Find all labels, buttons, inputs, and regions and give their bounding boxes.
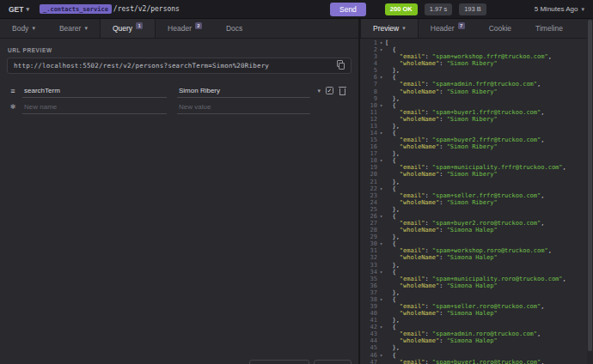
chevron-down-icon: ▾ [581,6,584,13]
code-text: }, [385,234,400,240]
fold-arrow-icon[interactable]: ▾ [377,240,385,247]
tab-docs[interactable]: Docs [214,19,254,38]
line-number: 14 [360,130,377,136]
fold-gutter [377,143,385,150]
api-client-window: GET ▾ _.contacts_service /rest/v2/person… [0,0,593,364]
environment-variable-tag[interactable]: _.contacts_service [40,4,112,14]
param-action-button[interactable] [314,360,352,364]
code-line: 31 "email": "spam+workshop.roro@truckoo.… [360,247,593,254]
code-text: "email": "spam+seller.frfr@truckoo.com", [385,192,544,199]
fold-arrow-icon[interactable]: ▾ [377,213,385,220]
fold-gutter [377,331,385,337]
query-param-table: ≡ ▾ ✓ ✱ ▾✓ [7,82,352,115]
code-line: 42▾ { [360,324,593,331]
code-text: "wholeName": "Simona Halep" [385,227,498,234]
tab-bearer[interactable]: Bearer ▾ [47,19,100,38]
param-value-input[interactable] [177,84,310,98]
line-number: 34 [360,269,377,276]
code-line: 36 "wholeName": "Simona Halep" [360,282,593,289]
method-dropdown[interactable]: GET ▾ [9,5,29,14]
fold-arrow-icon[interactable]: ▾ [377,269,385,276]
code-line: 13 }, [360,123,593,130]
fold-gutter [377,344,385,351]
line-number: 9 [360,95,377,102]
response-history-label: 5 Minutes Ago [535,5,578,13]
response-history-dropdown[interactable]: 5 Minutes Ago ▾ [535,5,593,13]
tab-query[interactable]: Query 1 [100,19,156,38]
tab-header[interactable]: Header 2 [156,19,214,38]
line-number: 37 [360,289,377,296]
tab-timeline[interactable]: Timeline [523,19,575,38]
code-text: { [385,324,396,331]
fold-gutter [377,227,385,234]
fold-gutter [377,317,385,324]
line-number: 32 [360,254,377,261]
tab-response-header[interactable]: Header 7 [419,19,477,38]
url-path[interactable]: /rest/v2/persons [113,5,180,13]
chevron-down-icon: ▾ [84,25,88,32]
tab-cookie[interactable]: Cookie [477,19,523,38]
fold-arrow-icon[interactable]: ▾ [377,74,385,81]
response-body[interactable]: 1▾[2▾ {3 "email": "spam+workshop.frfr@tr… [360,39,593,364]
line-number: 44 [360,337,377,344]
code-line: 3 "email": "spam+workshop.frfr@truckoo.c… [360,53,593,60]
line-number: 3 [360,53,377,60]
send-button[interactable]: Send [330,3,366,16]
fold-arrow-icon[interactable]: ▾ [377,296,385,303]
line-number: 19 [360,164,377,171]
fold-gutter [377,234,385,240]
line-number: 43 [360,331,377,337]
url-editor[interactable]: GET ▾ _.contacts_service /rest/v2/person… [0,0,327,18]
fold-arrow-icon[interactable]: ▾ [377,39,385,46]
line-number: 30 [360,240,377,247]
code-line: 11 "email": "spam+buyer1.frfr@truckoo.co… [360,109,593,116]
response-time-badge: 1.97 s [425,3,452,15]
fold-arrow-icon[interactable]: ▾ [377,46,385,53]
line-number: 33 [360,262,377,269]
line-number: 16 [360,143,377,150]
drag-handle-icon[interactable]: ≡ [7,87,19,95]
line-number: 21 [360,179,377,185]
new-param-value-input[interactable] [177,100,310,114]
fold-gutter [377,123,385,130]
value-options-dropdown-icon[interactable]: ▾ [317,88,321,94]
code-line: 16 "wholeName": "Simon Ribery" [360,143,593,150]
code-line: 6▾ { [360,74,593,81]
fold-gutter [377,359,385,364]
fold-arrow-icon[interactable]: ▾ [377,157,385,164]
code-line: 23 "email": "spam+seller.frfr@truckoo.co… [360,192,593,199]
delete-param-icon[interactable] [339,86,346,95]
fold-arrow-icon[interactable]: ▾ [377,352,385,359]
fold-gutter [377,337,385,344]
code-text: "email": "spam+municipality.frfr@truckoo… [385,164,566,171]
code-text: "wholeName": "Simona Halep" [385,282,498,289]
code-text: "wholeName": "Simon Ribery" [385,116,498,123]
tab-preview[interactable]: Preview ▾ [360,19,419,38]
code-text: { [385,240,396,247]
fold-arrow-icon[interactable]: ▾ [377,185,385,192]
code-line: 29 }, [360,234,593,240]
chevron-down-icon: ▾ [26,6,29,13]
scrollbar[interactable] [587,19,593,364]
copy-icon[interactable] [335,60,347,71]
fold-gutter [377,206,385,213]
line-number: 35 [360,276,377,282]
fold-gutter [377,276,385,282]
code-line: 10▾ { [360,102,593,109]
param-name-input[interactable] [22,84,167,98]
new-param-name-input[interactable] [22,100,167,114]
tab-body[interactable]: Body ▾ [0,19,47,38]
fold-gutter [377,179,385,185]
code-text: "email": "spam+buyer1.frfr@truckoo.com", [385,109,544,116]
fold-arrow-icon[interactable]: ▾ [377,324,385,331]
line-number: 39 [360,303,377,310]
fold-arrow-icon[interactable]: ▾ [377,102,385,109]
request-panel: Body ▾ Bearer ▾ Query 1 Header 2 Docs [0,19,360,364]
fold-arrow-icon[interactable]: ▾ [377,130,385,136]
param-action-button[interactable] [249,360,309,364]
param-enabled-checkbox[interactable]: ✓ [326,87,333,94]
scrollbar-thumb[interactable] [588,20,592,351]
query-param-row: ≡ ▾ ✓ [7,82,352,99]
line-number: 17 [360,150,377,157]
code-text: "wholeName": "Simon Ribery" [385,171,498,178]
